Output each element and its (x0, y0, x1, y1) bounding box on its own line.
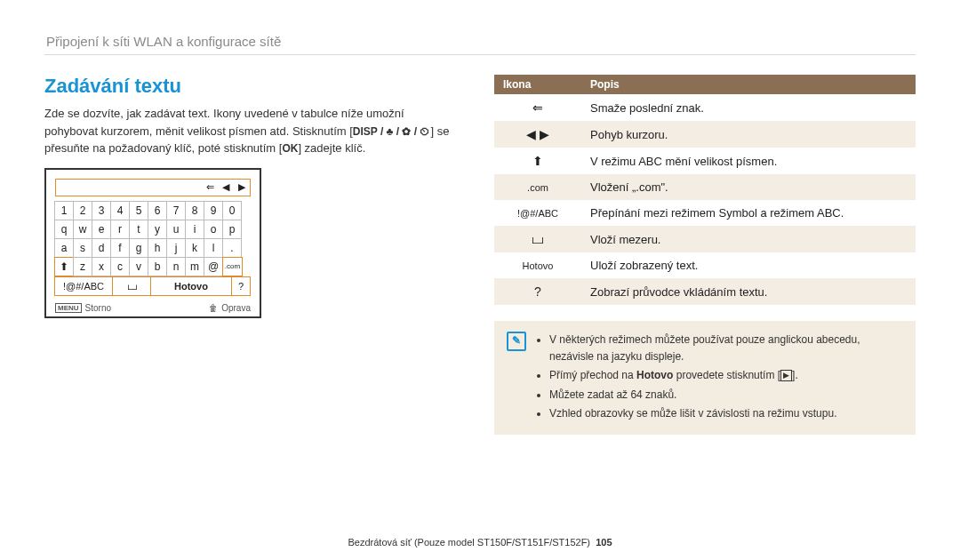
left-column: Zadávání textu Zde se dozvíte, jak zadáv… (44, 75, 453, 435)
key[interactable]: 0 (222, 201, 242, 220)
key[interactable]: 1 (54, 201, 74, 220)
icon-cell: .com (494, 174, 581, 200)
th-icon: Ikona (494, 75, 581, 94)
key[interactable]: y (148, 220, 167, 239)
key[interactable]: 3 (92, 201, 111, 220)
help-key[interactable]: ? (231, 276, 251, 296)
trash-icon: 🗑 (209, 303, 218, 313)
keyboard-bottom-row: !@#/ABC ⌴ Hotovo ? (55, 276, 251, 296)
icon-cell: ? (494, 278, 581, 305)
table-row: !@#/ABCPřepínání mezi režimem Symbol a r… (494, 200, 916, 226)
icon-cell: ◀ ▶ (494, 121, 581, 148)
columns: Zadávání textu Zde se dozvíte, jak zadáv… (44, 75, 916, 435)
desc-cell: Uloží zobrazený text. (581, 252, 916, 278)
key[interactable]: g (129, 238, 148, 258)
menu-badge-icon: MENU (55, 303, 82, 313)
key[interactable]: 4 (110, 201, 130, 220)
key[interactable]: f (110, 238, 130, 258)
key[interactable]: u (166, 220, 186, 239)
key[interactable]: j (166, 238, 186, 258)
key[interactable]: v (129, 257, 148, 276)
desc-cell: Pohyb kurzoru. (581, 121, 916, 148)
table-row: HotovoUloží zobrazený text. (494, 252, 916, 278)
key[interactable]: i (185, 220, 204, 239)
key[interactable]: x (92, 257, 111, 276)
keyboard-row: qwertyuiop (55, 220, 251, 239)
key[interactable]: s (73, 238, 92, 258)
key[interactable]: q (54, 220, 74, 239)
dotcom-key[interactable]: .com (222, 257, 243, 276)
onscreen-keyboard: ⇐ ◀ ▶ 1234567890qwertyuiopasdfghjkl. ⬆ z… (44, 168, 261, 318)
desc-cell: Smaže poslední znak. (581, 94, 916, 121)
para-a: Zde se dozvíte, jak zadávat text. Ikony … (44, 107, 404, 138)
storno-label: MENU Storno (55, 303, 111, 313)
key[interactable]: a (54, 238, 74, 258)
key[interactable]: d (92, 238, 111, 258)
icon-cell: ⌴ (494, 226, 581, 252)
note-item: Můžete zadat až 64 znaků. (549, 387, 903, 404)
divider (44, 54, 916, 55)
done-key[interactable]: Hotovo (150, 276, 232, 296)
keyboard-row: 1234567890 (55, 202, 251, 220)
key[interactable]: m (185, 257, 204, 276)
note-item: V některých režimech můžete používat pou… (549, 332, 903, 365)
icon-cell: ⬆ (494, 148, 581, 174)
keyboard-rows: 1234567890qwertyuiopasdfghjkl. (55, 202, 251, 258)
th-desc: Popis (581, 75, 916, 94)
right-column: Ikona Popis ⇐Smaže poslední znak.◀ ▶Pohy… (494, 75, 916, 435)
table-row: ?Zobrazí průvodce vkládáním textu. (494, 278, 916, 305)
key[interactable]: 7 (166, 201, 186, 220)
desc-cell: Vloží mezeru. (581, 226, 916, 252)
key[interactable]: . (222, 238, 242, 258)
key[interactable]: 6 (148, 201, 167, 220)
key[interactable]: 5 (129, 201, 148, 220)
shift-key[interactable]: ⬆ (54, 257, 74, 276)
icon-cell: Hotovo (494, 252, 581, 278)
section-header: Připojení k síti WLAN a konfigurace sítě (46, 34, 916, 49)
key[interactable]: r (110, 220, 130, 239)
desc-cell: Zobrazí průvodce vkládáním textu. (581, 278, 916, 305)
at-key[interactable]: @ (204, 257, 223, 276)
keyboard-topbar: ⇐ ◀ ▶ (55, 179, 251, 196)
page-title: Zadávání textu (44, 75, 453, 98)
keyboard-footer: MENU Storno 🗑 Oprava (55, 303, 251, 313)
desc-cell: Přepínání mezi režimem Symbol a režimem … (581, 200, 916, 226)
key[interactable]: k (185, 238, 204, 258)
icon-table: Ikona Popis ⇐Smaže poslední znak.◀ ▶Pohy… (494, 75, 916, 305)
key[interactable]: b (148, 257, 167, 276)
cursor-right-icon[interactable]: ▶ (234, 181, 250, 193)
key[interactable]: 9 (204, 201, 223, 220)
space-key[interactable]: ⌴ (112, 276, 151, 296)
manual-page: Připojení k síti WLAN a konfigurace sítě… (0, 0, 960, 560)
mode-key[interactable]: !@#/ABC (54, 276, 113, 296)
desc-cell: V režimu ABC mění velikost písmen. (581, 148, 916, 174)
page-footer: Bezdrátová síť (Pouze model ST150F/ST151… (0, 537, 960, 548)
backspace-icon[interactable]: ⇐ (202, 181, 218, 193)
table-row: ⇐Smaže poslední znak. (494, 94, 916, 121)
key[interactable]: n (166, 257, 186, 276)
note-list: V některých režimech můžete používat pou… (535, 332, 903, 424)
intro-paragraph: Zde se dozvíte, jak zadávat text. Ikony … (44, 105, 453, 157)
ok-icon: OK (282, 140, 298, 156)
icon-cell: ⇐ (494, 94, 581, 121)
key[interactable]: e (92, 220, 111, 239)
key[interactable]: h (148, 238, 167, 258)
table-row: ⌴Vloží mezeru. (494, 226, 916, 252)
table-row: .comVložení „.com". (494, 174, 916, 200)
key[interactable]: w (73, 220, 92, 239)
key[interactable]: o (204, 220, 223, 239)
keyboard-row-4: ⬆ zxcvbnm @ .com (55, 258, 251, 276)
key[interactable]: c (110, 257, 130, 276)
cursor-left-icon[interactable]: ◀ (218, 181, 234, 193)
note-box: ✎ V některých režimech můžete používat p… (494, 321, 916, 435)
key[interactable]: 8 (185, 201, 204, 220)
key[interactable]: t (129, 220, 148, 239)
key[interactable]: z (73, 257, 92, 276)
key[interactable]: 2 (73, 201, 92, 220)
table-row: ⬆V režimu ABC mění velikost písmen. (494, 148, 916, 174)
note-item: Vzhled obrazovky se může lišit v závislo… (549, 405, 903, 422)
desc-cell: Vložení „.com". (581, 174, 916, 200)
key[interactable]: p (222, 220, 242, 239)
key[interactable]: l (204, 238, 223, 258)
oprava-label: 🗑 Oprava (209, 303, 251, 313)
